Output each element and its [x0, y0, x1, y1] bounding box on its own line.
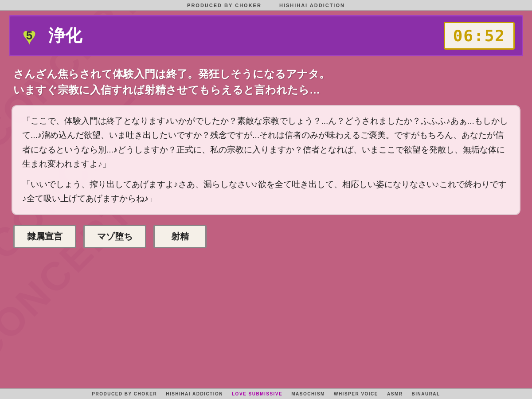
- dialogue-paragraph2: 「いいでしょう、搾り出してあげますよ♪さあ、漏らしなさい♪欲を全て吐き出して、相…: [22, 177, 510, 206]
- bottom-bar: PRODUCED BY CHOKER HISHIHAI ADDICTION LO…: [0, 388, 532, 399]
- bottom-item-1: PRODUCED BY CHOKER: [92, 391, 157, 396]
- description-text: さんざん焦らされて体験入門は終了。発狂しそうになるアナタ。 いますぐ宗教に入信す…: [13, 66, 519, 98]
- bottom-item-5: WHISPER VOICE: [334, 391, 378, 396]
- top-producer: PRODUCED BY CHOKER: [187, 3, 262, 8]
- track-number-heart: 5: [17, 24, 41, 48]
- dialogue-paragraph1: 「ここで、体験入門は終了となります♪いかがでしたか？素敵な宗教でしょう？...ん…: [22, 114, 510, 171]
- choice-button-3[interactable]: 射精: [153, 225, 207, 248]
- bottom-item-4: MASOCHISM: [291, 391, 325, 396]
- dialogue-box: 「ここで、体験入門は終了となります♪いかがでしたか？素敵な宗教でしょう？...ん…: [12, 105, 520, 215]
- title-group: 5 浄化: [17, 24, 82, 48]
- timer-display: 06:52: [444, 22, 515, 50]
- main-container: 5 浄化 06:52 さんざん焦らされて体験入門は終了。発狂しそうになるアナタ。…: [0, 11, 532, 258]
- bottom-item-6: ASMR: [387, 391, 403, 396]
- header-section: 5 浄化 06:52: [9, 15, 523, 56]
- bottom-item-2: HISHIHAI ADDICTION: [166, 391, 223, 396]
- bottom-item-3: LOVE SUBMISSIVE: [232, 391, 282, 396]
- choice-buttons-container: 隷属宣言 マゾ堕ち 射精: [9, 221, 523, 254]
- choice-button-1[interactable]: 隷属宣言: [13, 225, 76, 248]
- top-series: HISHIHAI ADDICTION: [279, 3, 345, 8]
- track-number: 5: [26, 29, 32, 43]
- choice-button-2[interactable]: マゾ堕ち: [83, 225, 146, 248]
- description-line2: いますぐ宗教に入信すれば射精させてもらえると言われたら…: [13, 84, 320, 96]
- description-line1: さんざん焦らされて体験入門は終了。発狂しそうになるアナタ。: [13, 68, 330, 80]
- track-title: 浄化: [48, 24, 82, 47]
- description-area: さんざん焦らされて体験入門は終了。発狂しそうになるアナタ。 いますぐ宗教に入信す…: [9, 62, 523, 102]
- bottom-item-7: BINAURAL: [411, 391, 440, 396]
- top-bar: PRODUCED BY CHOKER HISHIHAI ADDICTION: [0, 0, 532, 11]
